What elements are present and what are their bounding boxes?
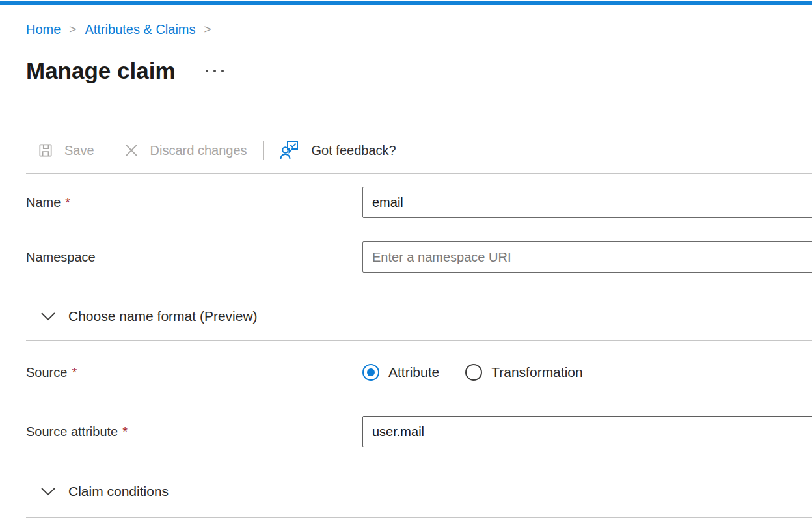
choose-name-format-section-header[interactable]: Choose name format (Preview) (26, 292, 812, 340)
save-button[interactable]: Save (37, 142, 94, 159)
chevron-down-icon (40, 312, 56, 321)
section-divider (26, 517, 812, 518)
feedback-icon (279, 140, 301, 161)
name-field-label: Name* (26, 193, 362, 212)
top-accent-bar (0, 1, 812, 5)
save-icon (37, 142, 54, 159)
claim-conditions-section-title: Claim conditions (68, 482, 169, 501)
source-attribute-field-row: Source attribute* (26, 416, 812, 447)
breadcrumb-home-link[interactable]: Home (26, 20, 61, 38)
radio-selected-icon (362, 364, 379, 381)
more-options-icon[interactable] (203, 66, 226, 76)
manage-claim-page: Home > Attributes & Claims > Manage clai… (0, 20, 812, 518)
required-asterisk: * (72, 365, 77, 379)
page-title-row: Manage claim (26, 57, 812, 85)
breadcrumb-separator-icon: > (204, 20, 211, 38)
claim-conditions-section-header[interactable]: Claim conditions (26, 465, 812, 517)
source-attribute-field-label: Source attribute* (26, 422, 362, 441)
radio-unselected-icon (465, 364, 482, 381)
namespace-field-row: Namespace (26, 241, 812, 273)
required-asterisk: * (65, 195, 70, 210)
discard-changes-label: Discard changes (150, 143, 247, 158)
source-radio-attribute[interactable]: Attribute (362, 364, 439, 381)
toolbar-divider (263, 141, 264, 160)
source-radio-transformation-label: Transformation (491, 365, 582, 380)
name-field-row: Name* (26, 187, 812, 218)
source-radio-attribute-label: Attribute (388, 365, 439, 380)
command-bar: Save Discard changes Got feedback? (26, 136, 812, 165)
breadcrumb: Home > Attributes & Claims > (26, 20, 812, 38)
source-radio-transformation[interactable]: Transformation (465, 364, 582, 381)
page-title: Manage claim (26, 57, 176, 85)
source-field-row: Source* Attribute Transformation (26, 363, 812, 381)
save-button-label: Save (64, 143, 94, 158)
namespace-input[interactable] (362, 241, 812, 273)
name-input[interactable] (362, 187, 812, 218)
chevron-down-icon (40, 487, 56, 496)
source-radio-group: Attribute Transformation (362, 364, 812, 381)
required-asterisk: * (122, 424, 128, 439)
dismiss-x-icon (123, 142, 140, 159)
choose-name-format-section-title: Choose name format (Preview) (68, 307, 258, 325)
source-field-label: Source* (26, 363, 362, 381)
got-feedback-button[interactable]: Got feedback? (279, 140, 396, 161)
breadcrumb-attributes-claims-link[interactable]: Attributes & Claims (85, 20, 195, 38)
toolbar-bottom-divider (26, 173, 812, 174)
got-feedback-label: Got feedback? (312, 143, 396, 158)
section-divider (26, 340, 812, 341)
discard-changes-button[interactable]: Discard changes (123, 142, 247, 159)
namespace-field-label: Namespace (26, 248, 362, 266)
source-attribute-input[interactable] (362, 416, 812, 447)
breadcrumb-separator-icon: > (69, 20, 76, 38)
